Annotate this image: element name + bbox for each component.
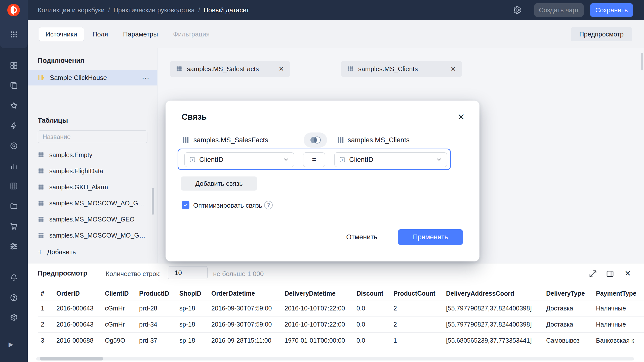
- table-list-item[interactable]: samples.MS_MOSCOW_GEO: [28, 211, 157, 227]
- table-cell: Доставка: [543, 300, 593, 316]
- panel-scrollbar[interactable]: [152, 188, 154, 215]
- settings-gear-icon[interactable]: [513, 6, 522, 15]
- column-header: OrderID: [53, 287, 102, 300]
- tab-bar: Источники Поля Параметры Фильтрация Пред…: [28, 20, 644, 48]
- save-button[interactable]: Сохранить: [590, 3, 633, 17]
- table-cell: Наличные: [593, 316, 644, 332]
- optimize-help-icon[interactable]: ?: [264, 201, 273, 209]
- row-count-input[interactable]: [168, 266, 208, 279]
- settings-sliders-icon[interactable]: [10, 242, 18, 250]
- preview-table-body: 12016-000643cGmHrprd-28sp-182016-09-30T0…: [38, 300, 644, 348]
- collections-icon[interactable]: [10, 81, 18, 89]
- table-cell: 0.0: [353, 300, 390, 316]
- canvas-scrollbar[interactable]: [641, 53, 643, 70]
- table-cell: 1: [390, 332, 443, 348]
- canvas-table-salesfacts[interactable]: samples.MS_SalesFacts ✕: [170, 61, 290, 77]
- table-grid-icon: [337, 136, 344, 144]
- charts-icon[interactable]: [10, 162, 18, 170]
- breadcrumb-current-dataset: Новый датасет: [204, 6, 249, 14]
- optimize-label: Оптимизировать связь: [193, 202, 262, 209]
- right-field-select[interactable]: T ClientID: [334, 152, 447, 167]
- column-header: ProductCount: [390, 287, 443, 300]
- right-field-value: ClientID: [349, 156, 436, 164]
- table-grid-icon: [176, 66, 182, 72]
- table-cell: 2016-09-28T15:11:00: [208, 332, 281, 348]
- modal-close-icon[interactable]: ✕: [457, 113, 465, 122]
- table-row: 22016-000643cGmHrprd-34sp-182016-09-30T0…: [38, 316, 644, 332]
- table-list-item[interactable]: samples.Empty: [28, 147, 157, 163]
- table-cell: Доставка: [543, 316, 593, 332]
- canvas-table-clients[interactable]: samples.MS_Clients ✕: [341, 61, 462, 77]
- preview-toggle-button[interactable]: Предпросмотр: [571, 27, 632, 41]
- table-list-item[interactable]: samples.GKH_Alarm: [28, 179, 157, 195]
- apply-button[interactable]: Применить: [398, 229, 463, 245]
- favorites-star-icon[interactable]: [10, 102, 18, 110]
- connection-more-icon[interactable]: ⋯: [142, 73, 150, 82]
- optimize-checkbox[interactable]: [182, 201, 189, 209]
- operator-button[interactable]: =: [303, 152, 325, 167]
- files-folder-icon[interactable]: [10, 202, 18, 210]
- canvas-table-label: samples.MS_SalesFacts: [187, 65, 275, 73]
- tables-title: Таблицы: [38, 117, 68, 124]
- breadcrumb-collections[interactable]: Коллекции и воркбуки: [38, 6, 105, 14]
- table-cell: Og59O: [102, 332, 136, 348]
- connections-bolt-icon[interactable]: [10, 122, 18, 130]
- create-chart-button: Создать чарт: [534, 3, 584, 17]
- table-list-item[interactable]: samples.MS_MOSCOW_AO_G…: [28, 195, 157, 211]
- field-type-icon: T: [339, 156, 346, 163]
- breadcrumb-workbook[interactable]: Практические руководства: [113, 6, 195, 14]
- left-field-select[interactable]: T ClientID: [184, 152, 294, 167]
- table-list-item[interactable]: samples.FlightData: [28, 163, 157, 179]
- help-icon[interactable]: [10, 294, 18, 302]
- dashboards-icon[interactable]: [10, 61, 18, 69]
- add-table-button[interactable]: + Добавить: [38, 245, 76, 259]
- link-modal: Связь ✕ samples.MS_SalesFacts samples.MS…: [166, 101, 479, 261]
- expand-preview-icon[interactable]: [589, 270, 597, 278]
- connection-item-sample-clickhouse[interactable]: Sample ClickHouse ⋯: [28, 70, 157, 85]
- services-icon[interactable]: [10, 142, 18, 150]
- cancel-button[interactable]: Отменить: [342, 229, 382, 245]
- close-preview-icon[interactable]: ✕: [625, 269, 631, 278]
- table-cell: sp-18: [176, 332, 208, 348]
- tab-sources[interactable]: Источники: [39, 27, 84, 41]
- datalens-logo[interactable]: [7, 3, 20, 17]
- table-grid-icon: [38, 216, 44, 222]
- venn-icon: [309, 135, 322, 145]
- left-rail: ▶: [0, 0, 28, 362]
- column-header: DeliveryDatetime: [281, 287, 353, 300]
- rail-gear-icon[interactable]: [10, 313, 18, 321]
- horizontal-scrollbar-thumb[interactable]: [40, 357, 103, 360]
- preview-header-row: #OrderIDClientIDProductIDShopIDOrderDate…: [38, 287, 644, 300]
- tab-fields[interactable]: Поля: [86, 27, 115, 41]
- remove-table-icon[interactable]: ✕: [278, 65, 284, 73]
- tables-list: samples.Emptysamples.FlightDatasamples.G…: [28, 147, 157, 243]
- expand-rail-icon[interactable]: ▶: [9, 341, 13, 348]
- apps-grid-icon[interactable]: [10, 30, 18, 38]
- table-search-input[interactable]: [38, 130, 147, 143]
- tab-parameters[interactable]: Параметры: [116, 27, 165, 41]
- chevron-down-icon: [436, 156, 442, 163]
- table-list-item[interactable]: samples.MS_MOSCOW_MO_G…: [28, 227, 157, 243]
- modal-join-type-toggle[interactable]: [304, 132, 327, 148]
- table-grid-icon: [38, 168, 44, 174]
- table-cell: sp-18: [176, 316, 208, 332]
- table-cell: 0.0: [353, 332, 390, 348]
- svg-text:T: T: [191, 158, 193, 162]
- remove-table-icon[interactable]: ✕: [450, 65, 456, 73]
- column-header: DeliveryAddressCoord: [443, 287, 543, 300]
- dataset-tabs: Источники Поля Параметры Фильтрация: [39, 27, 216, 41]
- column-header: OrderDatetime: [208, 287, 281, 300]
- datasets-table-icon[interactable]: [10, 182, 18, 190]
- table-cell: 2016-09-30T07:59:00: [208, 316, 281, 332]
- add-link-button[interactable]: Добавить связь: [181, 176, 257, 191]
- table-cell: 2016-10-10T07:22:00: [281, 300, 353, 316]
- table-cell: prd-34: [136, 316, 176, 332]
- table-cell: 0.0: [353, 316, 390, 332]
- breadcrumb-separator: /: [108, 6, 110, 14]
- add-table-label: Добавить: [47, 248, 76, 256]
- split-view-icon[interactable]: [606, 270, 614, 278]
- notifications-bell-icon[interactable]: [10, 274, 18, 282]
- table-list-label: samples.FlightData: [49, 167, 103, 175]
- horizontal-scrollbar-track[interactable]: [36, 357, 634, 360]
- marketplace-cart-icon[interactable]: [10, 222, 18, 230]
